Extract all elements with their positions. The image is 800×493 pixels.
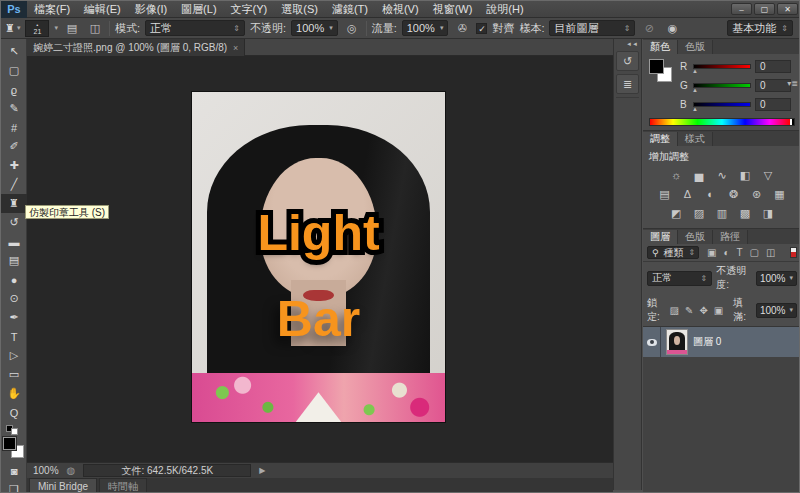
layer-visibility-cell[interactable] [643, 327, 661, 357]
filter-kind-select[interactable]: ⚲ 種類 ⇕ [647, 246, 699, 259]
lasso-tool[interactable]: ϱ [1, 80, 27, 99]
history-brush-tool[interactable]: ↺ [1, 213, 27, 232]
quick-mask-button[interactable]: ◙ [1, 461, 27, 480]
slider-thumb-icon[interactable]: ▲ [692, 87, 698, 93]
channel-value[interactable]: 0 [755, 98, 791, 111]
foreground-color-swatch[interactable] [3, 437, 16, 450]
opacity-select[interactable]: 100% ▾ [291, 20, 338, 36]
document-size-readout[interactable]: 文件: 642.5K/642.5K [83, 464, 251, 477]
panel-tab[interactable]: 顏色 [643, 40, 678, 54]
bottom-tab[interactable]: 時間軸 [99, 478, 147, 493]
color-balance-icon[interactable]: Δ [681, 188, 694, 201]
align-checkbox[interactable]: ✓ [476, 23, 487, 34]
panel-tab[interactable]: 樣式 [678, 132, 713, 146]
layer-thumbnail[interactable] [666, 329, 688, 355]
menu-item[interactable]: 說明(H) [479, 1, 530, 18]
toggle-brush-panel-icon[interactable]: ▤ [63, 20, 81, 37]
layer-row[interactable]: 圖層 0 [643, 327, 800, 357]
color-spectrum-ramp[interactable] [649, 118, 795, 126]
panel-tab[interactable]: 路徑 [713, 230, 748, 244]
color-lookup-icon[interactable]: ▦ [773, 188, 786, 201]
menu-item[interactable]: 濾鏡(T) [325, 1, 375, 18]
layer-blend-mode-select[interactable]: 正常 ⇕ [647, 271, 712, 286]
filter-shape-layers-icon[interactable]: ▢ [750, 247, 759, 258]
clone-stamp-tool[interactable]: ♜ [1, 194, 27, 213]
status-arrow-icon[interactable]: ▶ [259, 466, 265, 475]
menu-item[interactable]: 選取(S) [274, 1, 325, 18]
type-tool[interactable]: T [1, 327, 27, 346]
panel-tab[interactable]: 色版 [678, 230, 713, 244]
vibrance-icon[interactable]: ▽ [762, 169, 775, 182]
zoom-level[interactable]: 100% [33, 465, 59, 476]
crop-tool[interactable]: # [1, 118, 27, 137]
menu-item[interactable]: 文字(Y) [224, 1, 275, 18]
slider-thumb-icon[interactable]: ▲ [692, 106, 698, 112]
panel-menu-icon[interactable]: ▾≣ [787, 79, 798, 88]
photo-filter-icon[interactable]: ❂ [727, 188, 740, 201]
lock-all-icon[interactable]: ▣ [714, 305, 723, 316]
document-tab[interactable]: 婉婷二寸證照.png @ 100% (圖層 0, RGB/8) × [27, 39, 245, 56]
menu-item[interactable]: 影像(I) [128, 1, 174, 18]
adobe-drive-icon[interactable]: ◍ [67, 465, 76, 476]
menu-item[interactable]: 編輯(E) [77, 1, 128, 18]
layer-fill-select[interactable]: 100% ▾ [756, 303, 797, 318]
menu-item[interactable]: 檔案(F) [27, 1, 77, 18]
bottom-tab[interactable]: Mini Bridge [29, 478, 97, 493]
ignore-adjustment-layers-icon[interactable]: ⊘ [640, 20, 658, 37]
filter-smart-objects-icon[interactable]: ◫ [766, 247, 775, 258]
filter-adjustment-layers-icon[interactable]: ◐ [723, 247, 729, 258]
lock-position-icon[interactable]: ✥ [699, 305, 707, 316]
close-tab-icon[interactable]: × [233, 43, 238, 53]
filter-pixel-layers-icon[interactable]: ▣ [707, 247, 716, 258]
selective-color-icon[interactable]: ◨ [762, 207, 775, 220]
layer-opacity-select[interactable]: 100% ▾ [756, 271, 797, 286]
levels-icon[interactable]: ▅ [693, 169, 706, 182]
panel-tab[interactable]: 調整 [643, 132, 678, 146]
gradient-tool[interactable]: ▤ [1, 251, 27, 270]
lock-transparent-icon[interactable]: ▨ [670, 305, 679, 316]
blur-tool[interactable]: ● [1, 270, 27, 289]
screen-mode-button[interactable]: ❏ [1, 480, 27, 493]
layer-name[interactable]: 圖層 0 [693, 335, 721, 349]
channel-slider[interactable]: ▲ [693, 64, 751, 69]
collapse-dock-icon[interactable]: ◄◄ [614, 39, 641, 48]
brush-preset-picker[interactable]: • 21 [25, 20, 49, 37]
chevron-down-icon[interactable]: ▾ [54, 24, 58, 32]
flow-select[interactable]: 100% ▾ [402, 20, 449, 36]
posterize-icon[interactable]: ▨ [693, 207, 706, 220]
default-swap-colors-icon[interactable] [6, 425, 20, 435]
close-button[interactable]: ✕ [777, 3, 798, 15]
eyedropper-tool[interactable]: ✐ [1, 137, 27, 156]
channel-value[interactable]: 0 [755, 60, 791, 73]
move-tool[interactable]: ↖ [1, 42, 27, 61]
document-image[interactable]: Light Bar [191, 91, 446, 423]
exposure-icon[interactable]: ◧ [739, 169, 752, 182]
properties-panel-icon[interactable]: ≣ [616, 74, 639, 94]
minimize-button[interactable]: – [731, 3, 752, 15]
slider-thumb-icon[interactable]: ▲ [692, 68, 698, 74]
workspace-switcher[interactable]: 基本功能 ⇕ [727, 20, 793, 36]
black-white-icon[interactable]: ◐ [704, 188, 717, 201]
history-panel-icon[interactable]: ↺ [616, 51, 639, 71]
channel-slider[interactable]: ▲ [693, 83, 751, 88]
tool-preset-picker[interactable]: ♜ ▾ [5, 22, 20, 35]
quick-selection-tool[interactable]: ✎ [1, 99, 27, 118]
hue-saturation-icon[interactable]: ▤ [658, 188, 671, 201]
maximize-button[interactable]: ▢ [754, 3, 775, 15]
blend-mode-select[interactable]: 正常 ⇕ [145, 20, 245, 36]
pressure-opacity-icon[interactable]: ◎ [343, 20, 361, 37]
menu-item[interactable]: 視窗(W) [426, 1, 480, 18]
zoom-tool[interactable]: Q [1, 403, 27, 422]
dodge-tool[interactable]: ⊙ [1, 289, 27, 308]
menu-item[interactable]: 檢視(V) [375, 1, 426, 18]
healing-brush-tool[interactable]: ✚ [1, 156, 27, 175]
panel-tab[interactable]: 圖層 [643, 230, 678, 244]
clone-source-panel-icon[interactable]: ◫ [86, 20, 104, 37]
canvas-area[interactable]: Light Bar [27, 56, 613, 462]
hand-tool[interactable]: ✋ [1, 384, 27, 403]
channel-slider[interactable]: ▲ [693, 102, 751, 107]
foreground-color-swatch[interactable] [649, 59, 664, 74]
curves-icon[interactable]: ∿ [716, 169, 729, 182]
panel-tab[interactable]: 色版 [678, 40, 713, 54]
lock-paint-icon[interactable]: ✎ [685, 305, 693, 316]
